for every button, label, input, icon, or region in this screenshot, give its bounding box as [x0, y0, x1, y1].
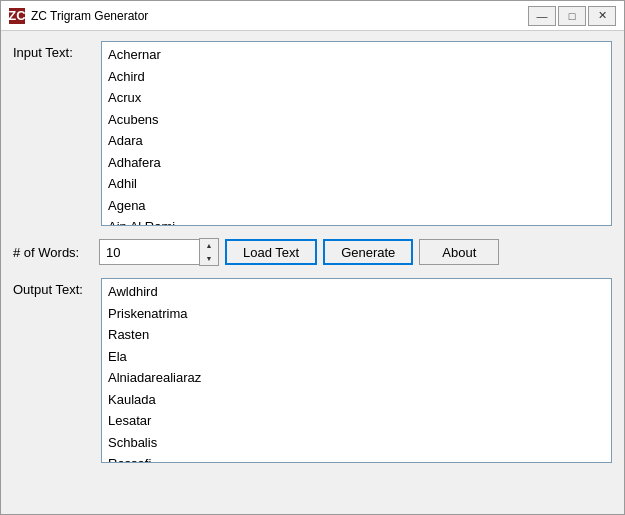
list-item[interactable]: Acubens [106, 109, 607, 131]
load-text-button[interactable]: Load Text [225, 239, 317, 265]
list-item[interactable]: Schbalis [106, 432, 607, 454]
list-item[interactable]: Rassafi [106, 453, 607, 463]
spinner-down-button[interactable]: ▼ [200, 252, 218, 265]
output-listbox[interactable]: Awldhird Priskenatrima Rasten Ela Alniad… [101, 278, 612, 463]
app-icon: ZC [9, 8, 25, 24]
output-listbox-container: Awldhird Priskenatrima Rasten Ela Alniad… [101, 278, 612, 463]
main-content: Input Text: Achernar Achird Acrux Acuben… [1, 31, 624, 514]
title-bar-left: ZC ZC Trigram Generator [9, 8, 148, 24]
input-listbox[interactable]: Achernar Achird Acrux Acubens Adara Adha… [101, 41, 612, 226]
spinner-buttons: ▲ ▼ [199, 238, 219, 266]
list-item[interactable]: Adhil [106, 173, 607, 195]
spinner-container: ▲ ▼ [99, 238, 219, 266]
output-text-label: Output Text: [13, 278, 93, 297]
list-item[interactable]: Awldhird [106, 281, 607, 303]
main-window: ZC ZC Trigram Generator — □ ✕ Input Text… [0, 0, 625, 515]
title-bar-controls: — □ ✕ [528, 6, 616, 26]
close-button[interactable]: ✕ [588, 6, 616, 26]
list-item[interactable]: Adara [106, 130, 607, 152]
list-item[interactable]: Ain Al Rami [106, 216, 607, 226]
list-item[interactable]: Achernar [106, 44, 607, 66]
list-item[interactable]: Acrux [106, 87, 607, 109]
about-button[interactable]: About [419, 239, 499, 265]
list-item[interactable]: Kaulada [106, 389, 607, 411]
list-item[interactable]: Alniadarealiaraz [106, 367, 607, 389]
title-bar-title: ZC Trigram Generator [31, 9, 148, 23]
list-item[interactable]: Rasten [106, 324, 607, 346]
words-label: # of Words: [13, 245, 93, 260]
list-item[interactable]: Lesatar [106, 410, 607, 432]
list-item[interactable]: Achird [106, 66, 607, 88]
list-item[interactable]: Ela [106, 346, 607, 368]
spinner-up-button[interactable]: ▲ [200, 239, 218, 252]
title-bar: ZC ZC Trigram Generator — □ ✕ [1, 1, 624, 31]
minimize-button[interactable]: — [528, 6, 556, 26]
words-input[interactable] [99, 239, 199, 265]
generate-button[interactable]: Generate [323, 239, 413, 265]
controls-row: # of Words: ▲ ▼ Load Text Generate About [13, 234, 612, 270]
input-text-label: Input Text: [13, 41, 93, 60]
list-item[interactable]: Priskenatrima [106, 303, 607, 325]
maximize-button[interactable]: □ [558, 6, 586, 26]
list-item[interactable]: Agena [106, 195, 607, 217]
input-listbox-container: Achernar Achird Acrux Acubens Adara Adha… [101, 41, 612, 226]
list-item[interactable]: Adhafera [106, 152, 607, 174]
output-section: Output Text: Awldhird Priskenatrima Rast… [13, 278, 612, 463]
input-section: Input Text: Achernar Achird Acrux Acuben… [13, 41, 612, 226]
